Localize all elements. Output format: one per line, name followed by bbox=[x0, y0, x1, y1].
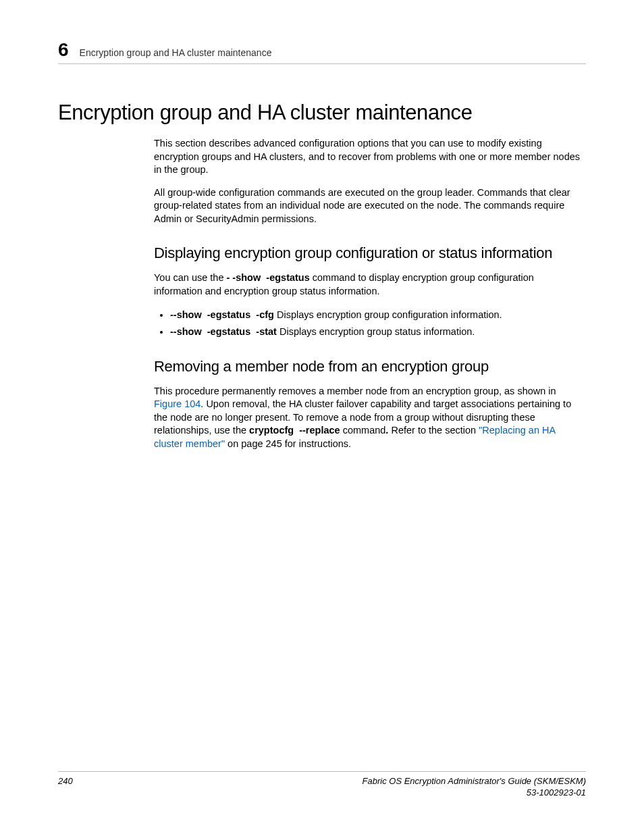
running-header: 6 Encryption group and HA cluster mainte… bbox=[58, 41, 586, 59]
header-rule bbox=[58, 63, 586, 64]
page-title: Encryption group and HA cluster maintena… bbox=[58, 101, 586, 125]
figure-link[interactable]: Figure 104 bbox=[154, 398, 200, 409]
text-fragment: command bbox=[340, 425, 386, 436]
page-footer: 240 Fabric OS Encryption Administrator's… bbox=[58, 771, 586, 799]
text-fragment: on page 245 for instructions. bbox=[225, 438, 351, 449]
section-heading-removing: Removing a member node from an encryptio… bbox=[154, 358, 582, 375]
text-fragment: This procedure permanently removes a mem… bbox=[154, 386, 556, 396]
command-list: --show -egstatus -cfg Displays encryptio… bbox=[154, 308, 582, 339]
intro-paragraph-1: This section describes advanced configur… bbox=[154, 137, 582, 177]
command-show: - -show bbox=[227, 272, 261, 283]
section1-paragraph: You can use the - -show -egstatus comman… bbox=[154, 271, 582, 298]
document-info: Fabric OS Encryption Administrator's Gui… bbox=[363, 776, 586, 799]
command-show: --show bbox=[170, 326, 202, 337]
text-fragment: Refer to the section bbox=[388, 425, 479, 436]
page: 6 Encryption group and HA cluster mainte… bbox=[0, 0, 644, 834]
command-cfg: -cfg bbox=[256, 309, 274, 320]
document-title: Fabric OS Encryption Administrator's Gui… bbox=[363, 776, 586, 787]
list-item-desc: Displays encryption group status informa… bbox=[277, 326, 475, 337]
command-stat: -stat bbox=[256, 326, 277, 337]
running-header-title: Encryption group and HA cluster maintena… bbox=[80, 47, 272, 58]
command-egstatus: -egstatus bbox=[207, 326, 250, 337]
intro-paragraph-2: All group-wide configuration commands ar… bbox=[154, 186, 582, 226]
section2-paragraph: This procedure permanently removes a mem… bbox=[154, 385, 582, 451]
text-fragment: You can use the bbox=[154, 272, 227, 283]
document-number: 53-1002923-01 bbox=[363, 787, 586, 799]
command-show: --show bbox=[170, 309, 202, 320]
list-item: --show -egstatus -cfg Displays encryptio… bbox=[170, 308, 582, 322]
section-heading-displaying: Displaying encryption group configuratio… bbox=[154, 244, 582, 262]
body-content: This section describes advanced configur… bbox=[154, 137, 582, 450]
command-cryptocfg: cryptocfg bbox=[249, 425, 294, 436]
list-item: --show -egstatus -stat Displays encrypti… bbox=[170, 325, 582, 339]
command-replace: --replace bbox=[299, 425, 340, 436]
list-item-desc: Displays encryption group configuration … bbox=[274, 309, 502, 320]
chapter-number: 6 bbox=[58, 41, 69, 59]
command-egstatus: -egstatus bbox=[266, 272, 309, 283]
command-egstatus: -egstatus bbox=[207, 309, 250, 320]
page-number: 240 bbox=[58, 776, 73, 786]
